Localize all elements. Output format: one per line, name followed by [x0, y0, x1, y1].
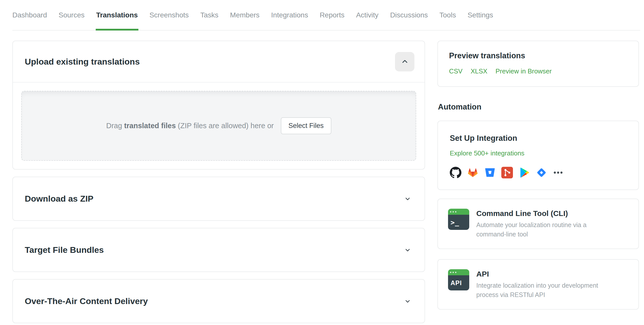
- git-icon[interactable]: [501, 167, 513, 178]
- api-window-icon: API: [448, 269, 469, 290]
- tab-activity[interactable]: Activity: [356, 0, 379, 30]
- main-column: Upload existing translations Drag transl…: [12, 41, 425, 323]
- over-the-air-content-delivery-panel[interactable]: Over-The-Air Content Delivery: [12, 279, 425, 323]
- automation-heading: Automation: [438, 102, 639, 112]
- upload-existing-translations-panel: Upload existing translations Drag transl…: [12, 41, 425, 170]
- file-dropzone[interactable]: Drag translated files (ZIP files are all…: [21, 91, 416, 161]
- terminal-icon: >_: [448, 209, 469, 230]
- dropzone-text: Drag translated files (ZIP files are all…: [106, 122, 274, 130]
- bitbucket-icon[interactable]: [484, 167, 496, 178]
- api-card[interactable]: API API Integrate localization into your…: [437, 259, 639, 310]
- upload-panel-title: Upload existing translations: [25, 57, 140, 67]
- chevron-up-icon: [401, 58, 409, 66]
- tab-tasks[interactable]: Tasks: [200, 0, 218, 30]
- set-up-integration-title: Set Up Integration: [450, 134, 627, 143]
- target-file-bundles-title: Target File Bundles: [25, 245, 104, 255]
- tab-screenshots[interactable]: Screenshots: [150, 0, 189, 30]
- cli-card[interactable]: >_ Command Line Tool (CLI) Automate your…: [437, 199, 639, 249]
- upload-panel-body: Drag translated files (ZIP files are all…: [13, 83, 425, 169]
- project-tab-bar: Dashboard Sources Translations Screensho…: [12, 0, 640, 31]
- cli-card-text: Command Line Tool (CLI) Automate your lo…: [476, 209, 613, 239]
- preview-translations-card: Preview translations CSV XLSX Preview in…: [437, 41, 639, 87]
- more-integrations-icon[interactable]: [553, 167, 563, 178]
- tab-translations[interactable]: Translations: [96, 0, 138, 30]
- api-card-description: Integrate localization into your develop…: [476, 281, 613, 300]
- side-column: Preview translations CSV XLSX Preview in…: [437, 41, 639, 310]
- gitlab-icon[interactable]: [467, 167, 479, 178]
- github-icon[interactable]: [450, 167, 461, 178]
- target-file-bundles-panel[interactable]: Target File Bundles: [12, 228, 425, 272]
- cli-card-title: Command Line Tool (CLI): [476, 209, 613, 218]
- tab-settings[interactable]: Settings: [467, 0, 493, 30]
- explore-integrations-link[interactable]: Explore 500+ integrations: [450, 149, 525, 157]
- collapse-panel-button[interactable]: [395, 52, 414, 71]
- tab-integrations[interactable]: Integrations: [271, 0, 308, 30]
- jira-icon[interactable]: [536, 167, 547, 178]
- upload-panel-header: Upload existing translations: [13, 41, 425, 82]
- tab-sources[interactable]: Sources: [59, 0, 85, 30]
- xlsx-link[interactable]: XLSX: [470, 67, 487, 75]
- chevron-down-icon: [404, 246, 411, 254]
- over-the-air-title: Over-The-Air Content Delivery: [25, 296, 148, 306]
- chevron-down-icon: [404, 195, 411, 203]
- tab-tools[interactable]: Tools: [439, 0, 456, 30]
- preview-translations-title: Preview translations: [449, 51, 627, 60]
- api-card-text: API Integrate localization into your dev…: [476, 269, 613, 300]
- explore-integrations-row: Explore 500+ integrations: [450, 149, 627, 157]
- integration-icons-row: [450, 167, 627, 178]
- preview-in-browser-link[interactable]: Preview in Browser: [496, 67, 552, 75]
- tab-reports[interactable]: Reports: [320, 0, 344, 30]
- preview-links: CSV XLSX Preview in Browser: [449, 67, 627, 75]
- select-files-button[interactable]: Select Files: [281, 117, 331, 134]
- tab-members[interactable]: Members: [230, 0, 260, 30]
- chevron-down-icon: [404, 297, 411, 305]
- tab-dashboard[interactable]: Dashboard: [12, 0, 47, 30]
- translations-page: Dashboard Sources Translations Screensho…: [0, 0, 644, 325]
- set-up-integration-card: Set Up Integration Explore 500+ integrat…: [437, 121, 639, 190]
- download-as-zip-panel[interactable]: Download as ZIP: [12, 177, 425, 221]
- cli-card-description: Automate your localization routine via a…: [476, 220, 613, 239]
- csv-link[interactable]: CSV: [449, 67, 462, 75]
- api-card-title: API: [476, 270, 613, 278]
- tab-discussions[interactable]: Discussions: [390, 0, 428, 30]
- download-as-zip-title: Download as ZIP: [25, 194, 93, 204]
- google-play-icon[interactable]: [518, 167, 530, 178]
